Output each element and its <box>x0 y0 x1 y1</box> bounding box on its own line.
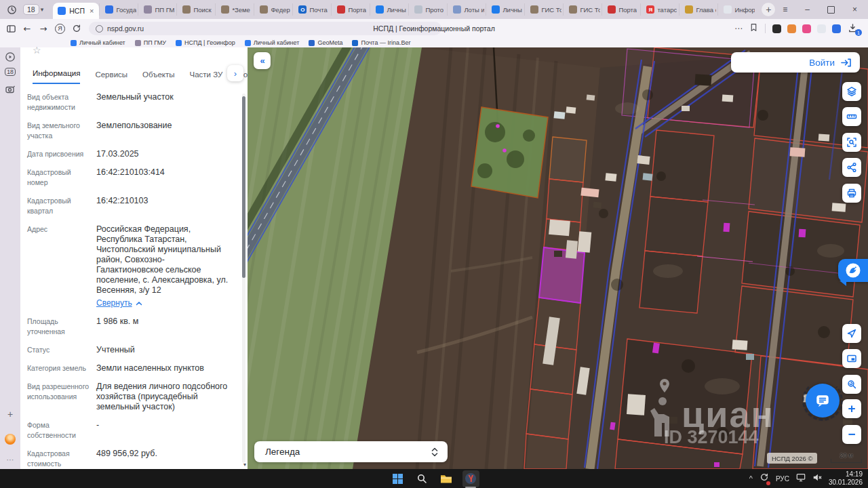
browser-tab[interactable]: Лоты и <box>447 3 486 16</box>
field-row: Кадастровый номер16:42:210103:414 <box>27 167 231 188</box>
collapse-address-link[interactable]: Свернуть <box>96 298 142 308</box>
active-tab[interactable]: НСП × <box>53 3 99 19</box>
history-clock-icon[interactable] <box>4 2 19 17</box>
browser-tab[interactable]: Личны <box>486 3 524 16</box>
minimize-icon[interactable]: – <box>805 5 810 14</box>
panel-tab-объекты[interactable]: Объекты <box>142 70 174 84</box>
language-indicator[interactable]: РУС <box>776 475 789 483</box>
browser-tab[interactable]: *Земе <box>215 3 254 16</box>
browser-tab[interactable]: Порта <box>331 3 370 16</box>
bookmark-item[interactable]: ПП ГМУ <box>135 39 166 46</box>
chat-button[interactable] <box>806 384 840 418</box>
green-parcel[interactable] <box>471 107 548 198</box>
panel-tab-информация[interactable]: Информация <box>33 69 80 84</box>
browser-tab[interactable]: ГИС То <box>524 3 563 16</box>
collapse-panel-button[interactable]: « <box>254 52 271 69</box>
panel-tab-части зу[interactable]: Части ЗУ <box>190 70 223 84</box>
close-icon[interactable]: × <box>852 5 857 14</box>
new-tab-button[interactable]: + <box>762 3 775 16</box>
forward-icon[interactable]: → <box>35 24 52 34</box>
locate-button[interactable] <box>842 324 861 343</box>
video-play-icon[interactable] <box>0 52 20 62</box>
yandex-browser-icon[interactable] <box>462 470 479 487</box>
bookmark-item[interactable]: GeoMeta <box>309 39 342 46</box>
browser-tab[interactable]: Прото <box>408 3 447 16</box>
browser-tab[interactable]: Поиск <box>176 3 215 16</box>
field-value: Российская Федерация, Республика Татарст… <box>96 224 231 308</box>
extension-icon[interactable] <box>817 24 826 33</box>
browser-tab[interactable]: Личны <box>370 3 408 16</box>
browser-menu-icon[interactable]: ≡ <box>783 5 787 14</box>
download-icon[interactable]: 1 <box>848 23 859 34</box>
tabs-panel-badge[interactable]: 18 <box>0 68 20 76</box>
login-button[interactable]: Войти <box>731 52 860 73</box>
share-button[interactable] <box>842 158 861 177</box>
url-bar[interactable]: nspd.gov.ru <box>89 22 441 35</box>
zoom-in-button[interactable]: + <box>842 399 861 418</box>
favorite-star-icon[interactable]: ☆ <box>33 45 41 56</box>
tab-favicon <box>685 5 693 14</box>
panel-tab-сервисы[interactable]: Сервисы <box>95 70 127 84</box>
tab-close-icon[interactable]: × <box>90 7 94 15</box>
browser-tab[interactable]: ГИС То <box>563 3 601 16</box>
more-icon[interactable]: ⋯ <box>734 24 743 33</box>
sync-icon[interactable] <box>760 472 769 485</box>
field-value: 16:42:210103:414 <box>96 167 231 188</box>
volume-muted-icon[interactable] <box>812 472 822 485</box>
site-connection-icon[interactable] <box>96 25 103 33</box>
clock[interactable]: 14:19 30.01.2026 <box>829 470 863 487</box>
field-row: Вид разрешенного использованияДля ведени… <box>27 382 231 412</box>
panel-tabs-next-button[interactable]: › <box>227 65 243 81</box>
bookmark-label: Почта — Irina.Ber <box>361 39 410 46</box>
restore-icon[interactable] <box>827 6 835 14</box>
nspd-assistant-button[interactable] <box>838 259 868 282</box>
sidebar-toggle-icon[interactable] <box>3 24 19 34</box>
browser-tab[interactable]: Глава с <box>679 3 717 16</box>
browser-tab[interactable]: Ятатарс <box>640 3 679 16</box>
browser-tab[interactable]: Инфор <box>717 3 756 16</box>
browser-tab[interactable]: OПочта <box>292 3 331 16</box>
file-explorer-icon[interactable] <box>438 470 455 487</box>
panel-scrollbar[interactable] <box>242 94 245 463</box>
browser-tab[interactable]: Госуда <box>99 3 138 16</box>
search-extent-button[interactable] <box>842 375 861 394</box>
bookmark-item[interactable]: Почта — Irina.Ber <box>352 39 410 46</box>
bookmark-flag-icon[interactable] <box>749 22 758 35</box>
bookmark-item[interactable]: Личный кабинет <box>71 39 125 46</box>
browser-tab[interactable]: ПП ГМ <box>138 3 176 16</box>
bookmark-item[interactable]: НСПД | Геоинфор <box>176 39 235 46</box>
layers-button[interactable] <box>842 82 861 101</box>
back-icon[interactable]: ← <box>19 24 35 34</box>
tray-expand-icon[interactable]: ^ <box>749 474 753 483</box>
taskbar-search-icon[interactable] <box>414 470 431 487</box>
extension-icon[interactable] <box>772 24 781 33</box>
sidebar-more-icon[interactable]: ⋯ <box>0 455 20 464</box>
identify-area-button[interactable] <box>842 133 861 152</box>
alice-icon[interactable] <box>0 434 20 445</box>
tab-label: Личны <box>502 6 522 14</box>
yandex-search-icon[interactable]: Я <box>55 24 65 34</box>
bookmark-item[interactable]: Личный кабинет <box>245 39 300 46</box>
zoom-out-button[interactable]: − <box>842 425 861 444</box>
browser-tab[interactable]: Порта <box>601 3 640 16</box>
overview-map-button[interactable] <box>842 349 861 368</box>
network-icon[interactable] <box>796 472 806 485</box>
scrollbar-thumb[interactable] <box>242 96 245 278</box>
sidebar-add-icon[interactable]: + <box>0 409 20 420</box>
field-value: Учтенный <box>96 345 231 355</box>
screenshot-icon[interactable] <box>0 84 20 95</box>
scrollbar-down-icon[interactable]: ▾ <box>243 462 246 468</box>
tray-date: 30.01.2026 <box>829 479 863 487</box>
satellite-map[interactable]: « Войти <box>248 47 868 469</box>
field-row: Площадь уточненная1 986 кв. м <box>27 317 231 337</box>
browser-tab[interactable]: Федер <box>254 3 292 16</box>
extension-icon[interactable] <box>787 24 796 33</box>
legend-dropdown[interactable]: Легенда <box>254 441 448 462</box>
reload-icon[interactable] <box>68 24 85 33</box>
ruler-button[interactable] <box>842 107 861 126</box>
start-button[interactable] <box>389 470 406 487</box>
extension-icon[interactable] <box>802 24 811 33</box>
extension-icon[interactable] <box>832 24 841 33</box>
tab-counter[interactable]: 18 ▾ <box>23 4 43 15</box>
print-button[interactable] <box>842 184 861 203</box>
